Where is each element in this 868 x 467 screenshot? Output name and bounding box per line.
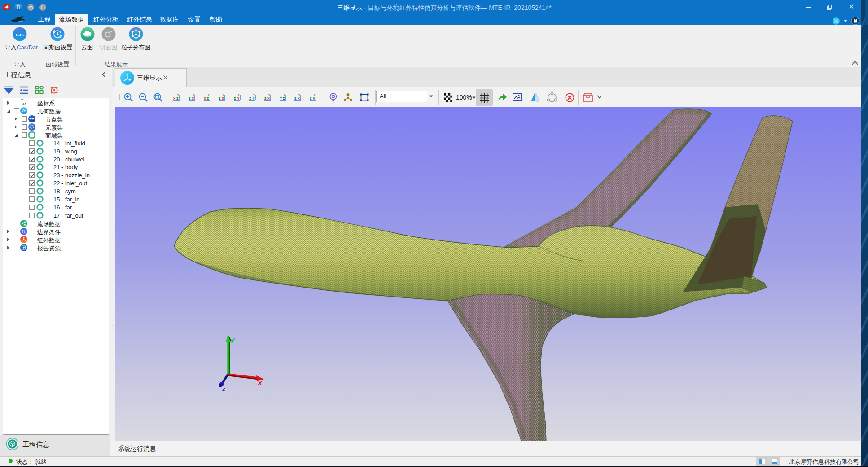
- svg-text:Y: Y: [298, 93, 301, 97]
- svg-text:x: x: [25, 102, 26, 105]
- svg-text:z: z: [234, 96, 236, 100]
- svg-text:Y: Y: [22, 99, 23, 101]
- svg-text:Y: Y: [268, 93, 271, 97]
- svg-text:Y: Y: [253, 93, 255, 97]
- svg-text:z: z: [310, 96, 312, 100]
- svg-text:cas: cas: [16, 31, 23, 38]
- svg-text:x: x: [258, 379, 262, 386]
- svg-text:Y: Y: [192, 93, 195, 97]
- svg-text:Y: Y: [280, 96, 282, 100]
- svg-text:Y: Y: [313, 93, 316, 97]
- svg-text:Y: Y: [283, 93, 286, 97]
- svg-text:y: y: [231, 336, 235, 343]
- svg-text:Y: Y: [207, 93, 210, 97]
- svg-text:z: z: [294, 96, 297, 100]
- svg-text:z: z: [219, 96, 221, 100]
- svg-text:z: z: [249, 96, 251, 100]
- svg-text:x: x: [204, 96, 206, 100]
- svg-text:z: z: [264, 96, 267, 100]
- svg-text:x: x: [173, 96, 175, 100]
- svg-text:z: z: [222, 385, 226, 393]
- svg-text:Y: Y: [177, 93, 180, 97]
- svg-text:z: z: [189, 96, 191, 100]
- svg-text:Y: Y: [237, 93, 240, 97]
- svg-text:Y: Y: [222, 93, 225, 97]
